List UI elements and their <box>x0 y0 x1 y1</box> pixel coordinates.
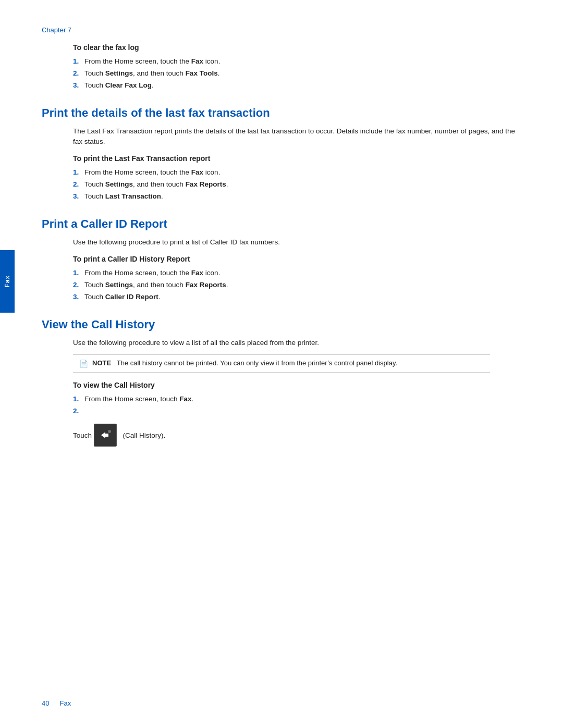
footer-section: Fax <box>59 699 71 707</box>
svg-point-2 <box>108 430 111 433</box>
touch-icon-row: Touch (Call History). <box>73 422 521 449</box>
caller-id-section: Print a Caller ID Report Use the followi… <box>42 217 521 303</box>
call-history-subheading: To view the Call History <box>73 381 521 389</box>
call-history-section: View the Call History Use the following … <box>42 318 521 449</box>
touch-suffix: (Call History). <box>123 431 166 439</box>
call-history-steps: 1. From the Home screen, touch Fax. 2. <box>73 393 521 417</box>
chapter-label: Chapter 7 <box>42 26 521 34</box>
footer-page-num: 40 <box>42 699 49 707</box>
note-content: NOTE The call history cannot be printed.… <box>92 359 397 367</box>
touch-label: Touch <box>73 431 92 439</box>
last-fax-section: Print the details of the last fax transa… <box>42 106 521 203</box>
last-fax-step-2: 2. Touch Settings, and then touch Fax Re… <box>73 179 521 191</box>
page-container: Fax Chapter 7 To clear the fax log 1. Fr… <box>0 0 563 728</box>
caller-id-step-1: 1. From the Home screen, touch the Fax i… <box>73 267 521 279</box>
last-fax-step-3: 3. Touch Last Transaction. <box>73 191 521 203</box>
last-fax-heading: Print the details of the last fax transa… <box>42 106 521 120</box>
clear-fax-log-section: To clear the fax log 1. From the Home sc… <box>42 43 521 92</box>
last-fax-body: The Last Fax Transaction report prints t… <box>73 126 521 147</box>
call-history-step-1: 1. From the Home screen, touch Fax. <box>73 393 521 405</box>
caller-id-step-3: 3. Touch Caller ID Report. <box>73 291 521 303</box>
caller-id-step-2: 2. Touch Settings, and then touch Fax Re… <box>73 279 521 291</box>
clear-step-1: 1. From the Home screen, touch the Fax i… <box>73 56 521 68</box>
clear-fax-log-heading: To clear the fax log <box>73 43 521 52</box>
page-footer: 40 Fax <box>42 699 521 707</box>
last-fax-steps: 1. From the Home screen, touch the Fax i… <box>73 167 521 203</box>
caller-id-subheading: To print a Caller ID History Report <box>73 255 521 263</box>
note-box: 📄 NOTE The call history cannot be printe… <box>73 354 490 373</box>
clear-step-2: 2. Touch Settings, and then touch Fax To… <box>73 68 521 80</box>
call-history-icon <box>94 424 117 447</box>
caller-id-steps: 1. From the Home screen, touch the Fax i… <box>73 267 521 303</box>
note-icon: 📄 <box>79 360 88 368</box>
clear-step-3: 3. Touch Clear Fax Log. <box>73 80 521 92</box>
call-history-step-2: 2. <box>73 405 521 417</box>
call-history-heading: View the Call History <box>42 318 521 331</box>
last-fax-step-1: 1. From the Home screen, touch the Fax i… <box>73 167 521 179</box>
clear-fax-log-steps: 1. From the Home screen, touch the Fax i… <box>73 56 521 92</box>
note-text: The call history cannot be printed. You … <box>113 359 397 367</box>
caller-id-heading: Print a Caller ID Report <box>42 217 521 231</box>
last-fax-subheading: To print the Last Fax Transaction report <box>73 154 521 163</box>
call-history-body: Use the following procedure to view a li… <box>73 338 521 348</box>
caller-id-body: Use the following procedure to print a l… <box>73 237 521 248</box>
side-tab: Fax <box>0 250 15 313</box>
side-tab-label: Fax <box>4 275 11 288</box>
note-label: NOTE <box>92 359 111 367</box>
